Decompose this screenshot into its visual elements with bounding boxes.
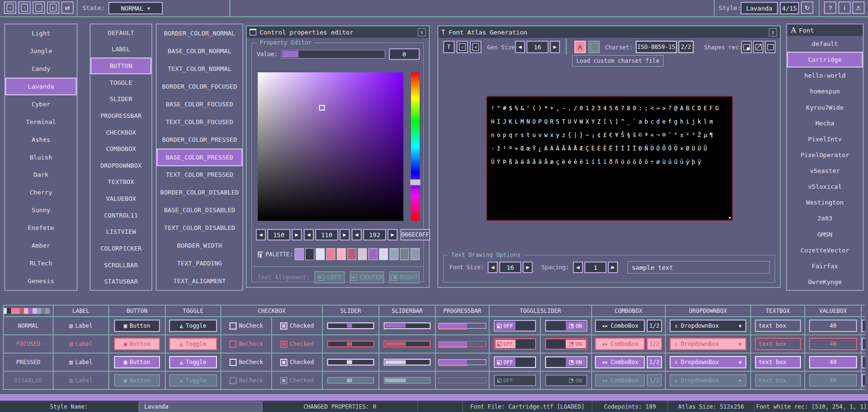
palette-swatch-10[interactable]: [400, 248, 409, 260]
about-button[interactable]: i: [838, 1, 851, 14]
property-item-text-color-pressed[interactable]: TEXT_COLOR_PRESSED: [157, 166, 242, 184]
align-right-button[interactable]: RIGHT: [389, 271, 420, 284]
palette-swatch-11[interactable]: [411, 248, 420, 260]
style-item-rltech[interactable]: RLTech: [5, 254, 77, 272]
issue-button[interactable]: ⚠: [852, 1, 865, 14]
combobox-count[interactable]: 1/2: [647, 338, 662, 350]
palette-swatch-0[interactable]: [295, 248, 304, 260]
color-picker-area[interactable]: [258, 72, 403, 221]
style-item-sunny[interactable]: Sunny: [5, 201, 77, 219]
control-item-combobox[interactable]: COMBOBOX: [91, 140, 151, 157]
style-item-ashes[interactable]: Ashes: [5, 131, 77, 149]
preview-textbox-focused[interactable]: text box: [751, 335, 805, 354]
hue-bar-handle[interactable]: [410, 179, 421, 185]
preview-combobox-disabled[interactable]: ◂▸ComboBox1/2: [592, 372, 666, 390]
control-item-statusbar[interactable]: STATUSBAR: [91, 273, 151, 290]
palette-swatch-7[interactable]: [368, 248, 377, 260]
style-item-jungle[interactable]: Jungle: [5, 42, 77, 60]
style-item-enefete[interactable]: Enefete: [5, 219, 77, 237]
palette-swatch-9[interactable]: [389, 248, 399, 260]
charset-value-box[interactable]: ISO-8859-15: [636, 41, 677, 53]
preview-dropdownbox-disabled[interactable]: ⇕DropdownBox▼: [666, 372, 751, 390]
style-item-cyber[interactable]: Cyber: [5, 95, 77, 113]
checkbox-checked-icon[interactable]: [280, 377, 287, 384]
control-item-checkbox[interactable]: CHECKBOX: [91, 124, 151, 141]
font-atlas-preview[interactable]: !"#$%&'()*+,-./0123456789:;<=>?@ABCDEFGH…: [486, 96, 733, 221]
align-left-button[interactable]: LEFT: [314, 271, 345, 284]
preview-toggle-widget[interactable]: ◭Toggle: [169, 356, 217, 368]
textbox-widget[interactable]: text box: [755, 374, 801, 387]
combobox-main[interactable]: ◂▸ComboBox: [595, 338, 645, 350]
textbox-widget[interactable]: text box: [755, 320, 801, 332]
property-item-base-color-pressed[interactable]: BASE_COLOR_PRESSED: [157, 149, 242, 166]
checkbox-empty-icon[interactable]: [229, 377, 237, 384]
combobox-main[interactable]: ◂▸ComboBox: [595, 374, 645, 387]
font-item-mecha[interactable]: Mecha: [787, 115, 863, 131]
spinner-right-icon[interactable]: ▶: [292, 229, 302, 240]
property-item-base-color-disabled[interactable]: BASE_COLOR_DISABLED: [157, 201, 242, 219]
property-item-border-color-normal[interactable]: BORDER_COLOR_NORMAL: [157, 24, 242, 42]
preview-sliderbar-disabled[interactable]: [379, 372, 436, 390]
preview-toggleslider-off-normal[interactable]: OFF: [490, 317, 541, 335]
preview-toggleslider-off-focused[interactable]: OFF: [490, 335, 541, 354]
preview-toggleslider-off-pressed[interactable]: OFF: [490, 354, 541, 372]
slider-handle[interactable]: [347, 342, 352, 346]
sliderbar-track[interactable]: [384, 341, 431, 347]
style-item-bluish[interactable]: Bluish: [5, 149, 77, 166]
control-item-textbox[interactable]: TEXTBOX: [91, 174, 151, 191]
reload-style-button[interactable]: ↻: [801, 1, 813, 14]
font-item-fairfax[interactable]: Fairfax: [787, 258, 863, 274]
shapes-diagonal-button[interactable]: [753, 41, 764, 53]
spinner-left-icon[interactable]: ◀: [488, 262, 498, 273]
property-item-text-color-normal[interactable]: TEXT_COLOR_NORMAL: [157, 60, 242, 78]
load-charset-button[interactable]: A: [574, 41, 586, 53]
gen-size-decrease-icon[interactable]: ◀: [515, 41, 525, 53]
style-name-input[interactable]: Lavanda: [139, 401, 263, 412]
slider-track[interactable]: [327, 377, 374, 384]
property-item-border-color-pressed[interactable]: BORDER_COLOR_PRESSED: [157, 131, 242, 149]
palette-swatch-5[interactable]: [347, 248, 356, 260]
preview-toggleslider-off-disabled[interactable]: OFF: [490, 372, 541, 390]
palette-swatch-3[interactable]: [326, 248, 335, 260]
shapes-empty-button[interactable]: [765, 41, 776, 53]
preview-checked-focused[interactable]: Checked: [272, 335, 323, 354]
preview-label-normal[interactable]: ▤Label: [54, 317, 109, 335]
hex-value-box[interactable]: 966EC0FF: [400, 229, 430, 240]
valuebox-widget[interactable]: 40: [809, 320, 857, 332]
preview-dropdownbox-normal[interactable]: ⇕DropdownBox▼: [666, 317, 751, 335]
preview-button-normal[interactable]: ▣Button: [109, 317, 166, 335]
spinner-right-icon[interactable]: ▶: [340, 229, 350, 240]
textbox-widget[interactable]: text box: [755, 356, 801, 368]
property-item-border-width[interactable]: BORDER_WIDTH: [157, 237, 242, 254]
style-item-terminal[interactable]: Terminal: [5, 113, 77, 131]
valuebox-widget[interactable]: 40: [809, 356, 857, 368]
sample-text-input[interactable]: [628, 261, 770, 274]
preview-nocheck-disabled[interactable]: NoCheck: [221, 372, 272, 390]
combobox-main[interactable]: ◂▸ComboBox: [595, 320, 645, 332]
property-item-border-color-focused[interactable]: BORDER_COLOR_FOCUSED: [157, 78, 242, 95]
preview-textbox-pressed[interactable]: text box: [751, 354, 805, 372]
palette-swatch-6[interactable]: [358, 248, 367, 260]
toggleslider-off[interactable]: OFF: [494, 320, 536, 332]
spinner-left-icon[interactable]: ◀: [352, 229, 362, 240]
preview-toggle-widget[interactable]: ◭Toggle: [169, 338, 217, 350]
control-item-dropdownbox[interactable]: DROPDOWNBOX: [91, 157, 151, 174]
control-item-toggle[interactable]: TOGGLE: [91, 74, 151, 91]
preview-label-focused[interactable]: ▤Label: [54, 335, 109, 354]
font-item-default[interactable]: default: [787, 36, 863, 52]
font-item-v5easter[interactable]: v5easter: [787, 163, 863, 179]
slider-handle[interactable]: [347, 378, 352, 382]
slider-track[interactable]: [327, 359, 374, 366]
preview-checked-normal[interactable]: Checked: [272, 317, 323, 335]
combobox-main[interactable]: ◂▸ComboBox: [595, 356, 645, 368]
style-name-box[interactable]: Lavanda: [741, 2, 778, 14]
gen-size-value[interactable]: 16: [526, 41, 548, 53]
preview-toggle-focused[interactable]: ◭Toggle: [166, 335, 221, 354]
export-atlas-image-button[interactable]: ▴: [470, 41, 481, 53]
property-item-base-color-normal[interactable]: BASE_COLOR_NORMAL: [157, 42, 242, 60]
preview-slider-disabled[interactable]: [323, 372, 379, 390]
preview-valuebox-disabled[interactable]: 40: [805, 372, 862, 390]
preview-combobox-normal[interactable]: ◂▸ComboBox1/2: [592, 317, 666, 335]
font-item-v5loxical[interactable]: v5loxical: [787, 179, 863, 195]
font-atlas-titlebar[interactable]: T Font Atlas Generation x: [438, 26, 780, 38]
